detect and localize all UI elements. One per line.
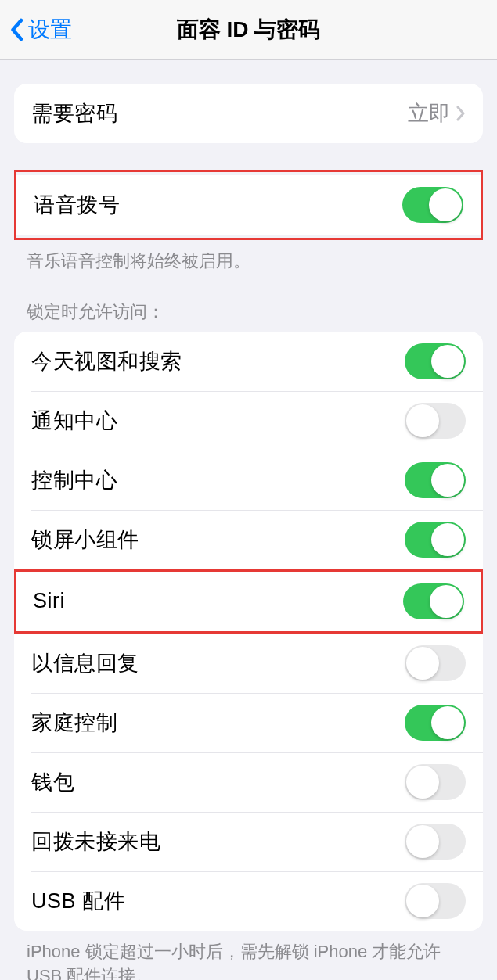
lock-access-toggle[interactable] xyxy=(405,883,466,919)
voice-dial-row: 语音拨号 xyxy=(16,175,481,235)
lock-access-label: Siri xyxy=(33,589,65,613)
lock-access-label: USB 配件 xyxy=(31,887,125,915)
lock-access-toggle[interactable] xyxy=(405,824,466,860)
toggle-knob xyxy=(431,345,464,378)
toggle-knob xyxy=(431,706,464,739)
lock-access-header: 锁定时允许访问： xyxy=(0,274,497,332)
toggle-knob xyxy=(406,647,439,680)
lock-access-toggle[interactable] xyxy=(405,343,466,379)
lock-access-toggle[interactable] xyxy=(405,645,466,681)
page-title: 面容 ID 与密码 xyxy=(0,15,497,45)
lock-access-toggle[interactable] xyxy=(405,764,466,800)
voice-dial-toggle[interactable] xyxy=(402,187,463,223)
lock-access-toggle[interactable] xyxy=(405,705,466,741)
voice-dial-footer: 音乐语音控制将始终被启用。 xyxy=(0,240,497,274)
lock-access-group: 今天视图和搜索通知中心控制中心锁屏小组件Siri以信息回复家庭控制钱包回拨未接来… xyxy=(14,332,483,931)
lock-access-label: 以信息回复 xyxy=(31,649,139,677)
lock-access-label: 锁屏小组件 xyxy=(31,526,139,554)
navigation-bar: 设置 面容 ID 与密码 xyxy=(0,0,497,60)
toggle-knob xyxy=(406,825,439,858)
lock-access-label: 钱包 xyxy=(31,768,74,796)
toggle-knob xyxy=(406,404,439,437)
lock-access-toggle[interactable] xyxy=(405,403,466,439)
require-passcode-row[interactable]: 需要密码 立即 xyxy=(14,84,483,143)
lock-access-footer: iPhone 锁定超过一小时后，需先解锁 iPhone 才能允许 USB 配件连… xyxy=(0,931,497,980)
lock-access-row: USB 配件 xyxy=(14,871,483,931)
siri-highlight: Siri xyxy=(14,569,483,634)
toggle-knob xyxy=(406,766,439,799)
lock-access-row: 钱包 xyxy=(14,752,483,812)
back-label: 设置 xyxy=(28,15,72,45)
lock-access-label: 今天视图和搜索 xyxy=(31,347,182,375)
row-detail: 立即 xyxy=(408,99,466,127)
require-passcode-value: 立即 xyxy=(408,99,450,127)
toggle-knob xyxy=(429,188,462,221)
toggle-knob xyxy=(406,885,439,917)
toggle-knob xyxy=(430,585,463,618)
lock-access-label: 控制中心 xyxy=(31,466,117,494)
lock-access-label: 通知中心 xyxy=(31,407,117,435)
chevron-right-icon xyxy=(456,106,466,121)
toggle-knob xyxy=(431,464,464,497)
lock-access-row: 家庭控制 xyxy=(14,693,483,752)
lock-access-toggle[interactable] xyxy=(403,583,464,619)
lock-access-row: 以信息回复 xyxy=(14,634,483,693)
lock-access-label: 家庭控制 xyxy=(31,709,117,737)
lock-access-row: 锁屏小组件 xyxy=(14,510,483,569)
lock-access-row: Siri xyxy=(16,572,481,631)
toggle-knob xyxy=(431,523,464,556)
chevron-left-icon xyxy=(9,18,23,41)
lock-access-toggle[interactable] xyxy=(405,462,466,498)
voice-dial-label: 语音拨号 xyxy=(34,191,120,219)
voice-dial-highlight: 语音拨号 xyxy=(14,170,483,240)
require-passcode-label: 需要密码 xyxy=(31,99,117,127)
lock-access-row: 回拨未接来电 xyxy=(14,812,483,871)
lock-access-row: 今天视图和搜索 xyxy=(14,332,483,391)
lock-access-row: 通知中心 xyxy=(14,391,483,451)
require-passcode-group: 需要密码 立即 xyxy=(14,84,483,143)
lock-access-label: 回拨未接来电 xyxy=(31,827,160,856)
lock-access-row: 控制中心 xyxy=(14,451,483,510)
lock-access-toggle[interactable] xyxy=(405,522,466,558)
back-button[interactable]: 设置 xyxy=(0,15,72,45)
